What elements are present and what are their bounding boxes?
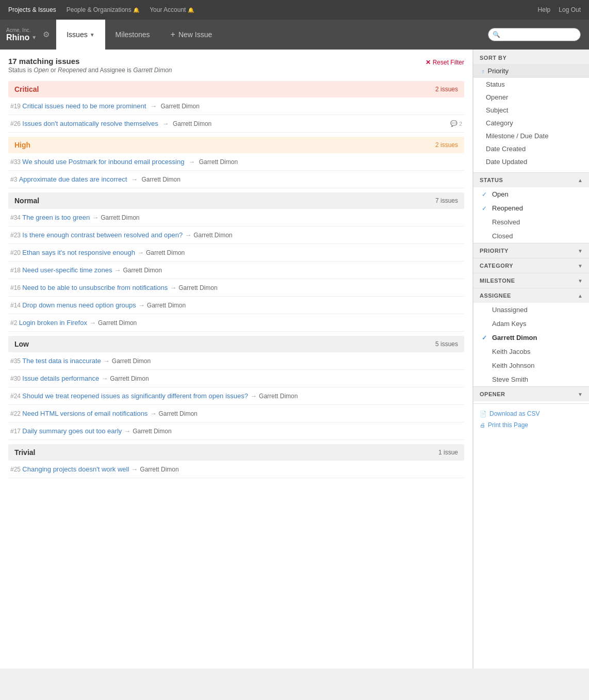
print-page-link[interactable]: 🖨 Print this Page — [480, 421, 583, 429]
filter-label-reopened: Reopened — [492, 204, 523, 212]
tab-new-issue[interactable]: + New Issue — [160, 20, 223, 50]
tab-issues-label: Issues — [67, 30, 87, 39]
issues-filter-desc: Status is Open or Reopened and Assignee … — [8, 67, 172, 74]
filter-header-category[interactable]: CATEGORY ▼ — [473, 258, 589, 273]
filter-item-adam-keys[interactable]: Adam Keys — [473, 317, 589, 331]
sidebar-item-category[interactable]: Category — [473, 117, 589, 129]
plus-icon: + — [171, 30, 175, 39]
sort-title: SORT BY — [473, 50, 589, 64]
issue-link[interactable]: Critical issues need to be more prominen… — [22, 102, 146, 110]
filter-section-status: STATUS ▲ ✓ Open ✓ Reopened Resolved Clos… — [473, 172, 589, 243]
issue-item: #25 Changing projects doesn't work well→… — [8, 461, 464, 478]
issue-assignee: Garrett Dimon — [173, 120, 211, 127]
issue-assignee: Garrett Dimon — [133, 428, 171, 435]
issue-assignee: Garrett Dimon — [98, 319, 137, 327]
tab-issues[interactable]: Issues ▼ — [56, 20, 105, 50]
sidebar-item-opener[interactable]: Opener — [473, 91, 589, 104]
issue-arrow: → — [103, 357, 110, 365]
nav-people-orgs[interactable]: People & Organizations 🔔 — [67, 6, 139, 13]
comment-icon: 💬 — [450, 120, 457, 127]
search-input[interactable] — [488, 28, 581, 41]
nav-your-account[interactable]: Your Account 🔔 — [150, 6, 194, 13]
issue-link[interactable]: Ethan says it's not responsive enough — [22, 249, 135, 256]
issue-link[interactable]: The green is too green — [22, 214, 90, 221]
issue-link[interactable]: Changing projects doesn't work well — [22, 465, 129, 473]
filter-item-keith-johnson[interactable]: Keith Johnson — [473, 359, 589, 372]
issue-assignee: Garrett Dimon — [142, 176, 181, 183]
tab-milestones[interactable]: Milestones — [105, 20, 160, 50]
issue-item: #24 Should we treat reopened issues as s… — [8, 387, 464, 405]
sidebar-item-milestone[interactable]: Milestone / Due Date — [473, 129, 589, 142]
filter-section-opener: OPENER ▼ — [473, 386, 589, 401]
issue-num: #20 — [10, 249, 22, 256]
issue-assignee: Garrett Dimon — [178, 284, 217, 291]
issue-link[interactable]: Daily summary goes out too early — [22, 427, 122, 435]
filter-label-keith-jacobs: Keith Jacobs — [492, 348, 530, 355]
issue-link[interactable]: Drop down menus need option groups — [22, 301, 136, 309]
issue-item: #22 Need HTML versions of email notifica… — [8, 405, 464, 422]
filter-section-category: CATEGORY ▼ — [473, 258, 589, 273]
filter-header-status[interactable]: STATUS ▲ — [473, 173, 589, 187]
issue-link[interactable]: Issues don't automatically resolve thems… — [22, 120, 158, 127]
filter-item-garrett-dimon[interactable]: ✓ Garrett Dimon — [473, 331, 589, 345]
issue-arrow: → — [101, 375, 108, 382]
filter-item-reopened[interactable]: ✓ Reopened — [473, 201, 589, 215]
comment-count: 2 — [459, 121, 462, 127]
sort-section: SORT BY ↑ Priority Status Opener Subject… — [473, 50, 589, 172]
issue-link[interactable]: The test data is inaccurate — [22, 357, 101, 365]
priority-header-critical: Critical 2 issues — [8, 81, 464, 97]
filter-item-closed[interactable]: Closed — [473, 229, 589, 243]
reset-filter[interactable]: ✕ Reset Filter — [426, 59, 464, 66]
sidebar-item-date-created[interactable]: Date Created — [473, 142, 589, 155]
issue-link[interactable]: Issue details performance — [22, 375, 99, 382]
filter-header-priority[interactable]: PRIORITY ▼ — [473, 243, 589, 258]
issue-link[interactable]: Is there enough contrast between resolve… — [22, 231, 183, 239]
issue-num: #24 — [10, 393, 22, 400]
filter-item-steve-smith[interactable]: Steve Smith — [473, 372, 589, 386]
issue-item: #3 Approximate due dates are incorrect →… — [8, 171, 464, 188]
reset-filter-label: Reset Filter — [433, 59, 464, 66]
sidebar-item-subject[interactable]: Subject — [473, 104, 589, 117]
filter-label-garrett-dimon: Garrett Dimon — [492, 334, 537, 341]
issue-num: #3 — [10, 176, 19, 183]
issue-link[interactable]: Need user-specific time zones — [22, 266, 112, 274]
sidebar-item-priority[interactable]: ↑ Priority — [473, 64, 589, 78]
filter-header-opener[interactable]: OPENER ▼ — [473, 387, 589, 401]
issue-arrow: → — [92, 214, 99, 221]
sidebar-item-status[interactable]: Status — [473, 78, 589, 91]
top-nav-links: Projects & Issues People & Organizations… — [8, 6, 538, 13]
filter-header-assignee[interactable]: ASSIGNEE ▲ — [473, 288, 589, 303]
project-name[interactable]: Rhino ▼ — [6, 33, 37, 42]
issue-num: #18 — [10, 267, 22, 274]
issues-header: 17 matching issues Status is Open or Reo… — [8, 57, 464, 74]
issue-link[interactable]: Approximate due dates are incorrect — [19, 175, 127, 183]
filter-item-keith-jacobs[interactable]: Keith Jacobs — [473, 345, 589, 359]
logout-link[interactable]: Log Out — [559, 6, 581, 13]
check-icon: ✓ — [482, 205, 489, 212]
issue-assignee: Garrett Dimon — [259, 393, 298, 400]
filter-item-unassigned[interactable]: Unassigned — [473, 303, 589, 317]
filter-item-resolved[interactable]: Resolved — [473, 215, 589, 229]
issue-link[interactable]: Login broken in Firefox — [19, 319, 87, 327]
filter-header-milestone[interactable]: MILESTONE ▼ — [473, 273, 589, 288]
filter-label-resolved: Resolved — [492, 218, 520, 226]
issue-item: #34 The green is too green→Garrett Dimon — [8, 209, 464, 226]
issues-panel: 17 matching issues Status is Open or Reo… — [0, 50, 473, 669]
download-csv-link[interactable]: 📄 Download as CSV — [480, 410, 583, 417]
issue-link[interactable]: Need to be able to unsubscribe from noti… — [22, 284, 168, 291]
issue-assignee: Garrett Dimon — [146, 249, 185, 256]
settings-icon[interactable]: ⚙ — [43, 30, 50, 39]
issue-link[interactable]: We should use Postmark for inbound email… — [22, 158, 184, 166]
issue-assignee: Garrett Dimon — [101, 214, 139, 221]
filter-item-open[interactable]: ✓ Open — [473, 187, 589, 201]
issue-link[interactable]: Need HTML versions of email notification… — [22, 410, 148, 417]
priority-label-normal: Normal — [14, 197, 39, 205]
sort-arrow-up-icon: ↑ — [482, 68, 485, 74]
nav-projects-issues[interactable]: Projects & Issues — [8, 6, 56, 13]
issue-arrow: → — [114, 266, 121, 274]
issue-link[interactable]: Should we treat reopened issues as signi… — [22, 392, 248, 400]
help-link[interactable]: Help — [538, 6, 551, 13]
issue-arrow: → — [250, 392, 257, 400]
chevron-down-icon: ▼ — [578, 248, 583, 254]
sidebar-item-date-updated[interactable]: Date Updated — [473, 155, 589, 168]
